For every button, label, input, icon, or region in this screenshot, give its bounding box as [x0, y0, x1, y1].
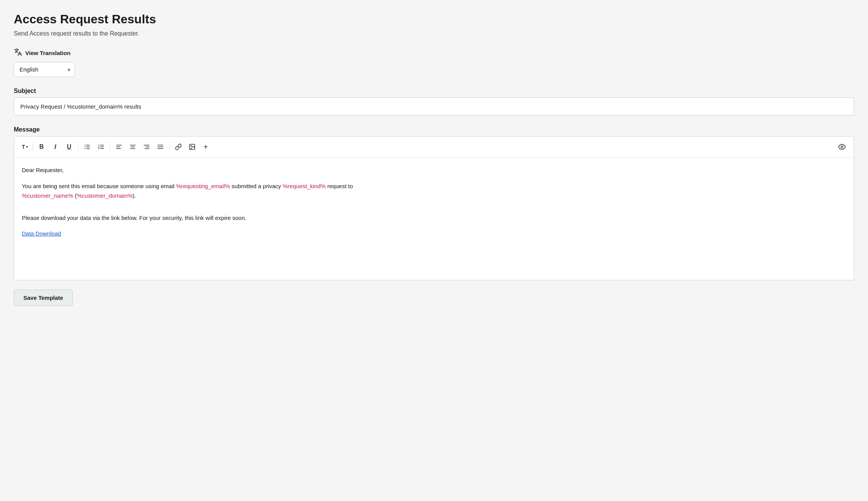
page-subtitle: Send Access request results to the Reque…	[14, 30, 854, 37]
var-requesting-email: %requesting_email%	[176, 183, 230, 189]
subject-label: Subject	[14, 88, 854, 94]
save-template-button[interactable]: Save Template	[14, 290, 73, 306]
link-button[interactable]	[172, 140, 185, 153]
data-download-paragraph: Data Download	[22, 229, 846, 239]
data-download-link[interactable]: Data Download	[22, 230, 61, 237]
align-center-button[interactable]	[126, 140, 139, 153]
svg-text:3.: 3.	[98, 147, 100, 150]
toolbar-separator-3	[110, 142, 110, 151]
font-size-button[interactable]: T▾	[20, 140, 30, 153]
bold-button[interactable]: B	[35, 140, 48, 153]
bullet-list-button[interactable]	[81, 140, 94, 153]
toolbar-separator-1	[33, 142, 33, 151]
translation-icon	[14, 48, 22, 58]
svg-point-5	[84, 148, 85, 149]
preview-button[interactable]	[835, 140, 848, 153]
align-right-button[interactable]	[140, 140, 153, 153]
var-customer-domain: %customer_domain%	[77, 192, 132, 199]
var-request-kind: %request_kind%	[283, 183, 326, 189]
view-translation-label: View Translation	[14, 48, 854, 58]
editor-toolbar: T▾ B I U 1.2.3.	[14, 137, 854, 158]
numbered-list-button[interactable]: 1.2.3.	[95, 140, 108, 153]
view-translation-text: View Translation	[25, 50, 70, 56]
subject-input[interactable]	[14, 98, 854, 115]
underline-button[interactable]: U	[63, 140, 76, 153]
var-customer-name: %customer_name%	[22, 192, 73, 199]
page-title: Access Request Results	[14, 12, 854, 26]
message-label: Message	[14, 126, 854, 133]
message-editor: T▾ B I U 1.2.3.	[14, 136, 854, 280]
editor-content[interactable]: Dear Requester, You are being sent this …	[14, 158, 854, 280]
body-paragraph-1: You are being sent this email because so…	[22, 181, 846, 201]
align-justify-button[interactable]	[154, 140, 167, 153]
image-button[interactable]	[186, 140, 199, 153]
greeting-line: Dear Requester,	[22, 165, 846, 175]
body-paragraph-2: Please download your data via the link b…	[22, 213, 846, 223]
plus-button[interactable]: +	[199, 140, 212, 153]
toolbar-separator-2	[78, 142, 78, 151]
svg-point-26	[841, 146, 843, 148]
align-left-button[interactable]	[113, 140, 126, 153]
toolbar-separator-4	[169, 142, 170, 151]
language-select-wrapper: English French Spanish German ▾	[14, 62, 75, 77]
svg-point-3	[84, 145, 85, 145]
language-select[interactable]: English French Spanish German	[14, 62, 75, 77]
svg-point-4	[84, 146, 85, 147]
italic-button[interactable]: I	[49, 140, 62, 153]
svg-point-25	[191, 145, 191, 146]
